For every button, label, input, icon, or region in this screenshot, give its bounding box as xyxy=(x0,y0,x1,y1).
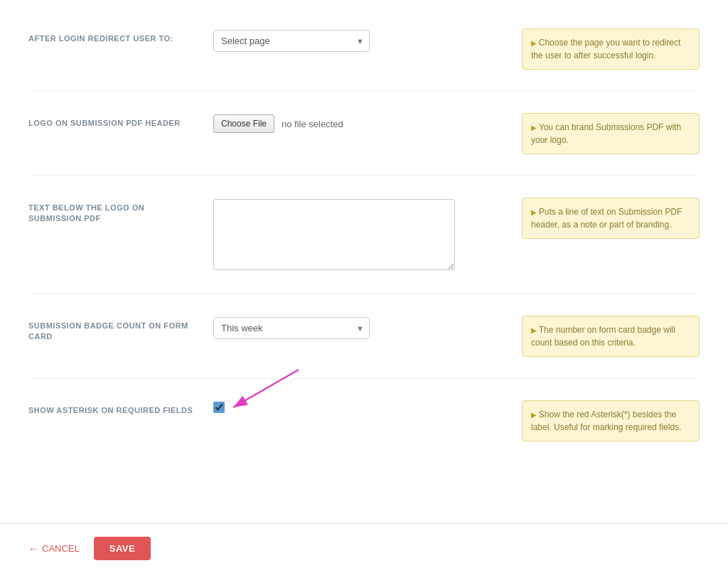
label-submission-badge-count: SUBMISSION BADGE COUNT ON FORM CARD xyxy=(28,316,213,341)
footer-bar: CANCEL SAVE xyxy=(0,523,728,573)
save-button[interactable]: SAVE xyxy=(94,537,151,560)
checkbox-asterisk-wrapper xyxy=(213,402,508,413)
select-page-dropdown[interactable]: Select page Home Dashboard Profile xyxy=(213,30,370,52)
select-this-week-wrapper: This week Today This month All time ▼ xyxy=(213,317,370,339)
choose-file-button[interactable]: Choose File xyxy=(213,114,274,133)
hint-box-after-login: Choose the page you want to redirect the… xyxy=(522,28,700,70)
select-page-wrapper: Select page Home Dashboard Profile ▼ xyxy=(213,30,370,52)
hint-logo-submission-pdf: You can brand Submissions PDF with your … xyxy=(522,113,700,154)
row-show-asterisk: SHOW ASTERISK ON REQUIRED FIELDS xyxy=(28,379,700,463)
hint-box-asterisk: Show the red Asterisk(*) besides the lab… xyxy=(522,400,700,441)
main-content: AFTER LOGIN REDIRECT USER TO: Select pag… xyxy=(0,0,728,523)
row-text-below-logo: TEXT BELOW THE LOGO ON SUBMISSION PDF Pu… xyxy=(28,176,700,294)
file-input-wrapper: Choose File no file selected xyxy=(213,114,508,133)
no-file-label: no file selected xyxy=(282,119,343,129)
cancel-button[interactable]: CANCEL xyxy=(28,543,80,555)
label-after-login-redirect: AFTER LOGIN REDIRECT USER TO: xyxy=(28,28,213,43)
control-show-asterisk xyxy=(213,400,522,413)
control-submission-badge-count: This week Today This month All time ▼ xyxy=(213,316,522,339)
label-text-below-logo: TEXT BELOW THE LOGO ON SUBMISSION PDF xyxy=(28,198,213,223)
hint-box-badge-count: The number on form card badge will count… xyxy=(522,316,700,357)
control-text-below-logo xyxy=(213,198,522,272)
label-show-asterisk: SHOW ASTERISK ON REQUIRED FIELDS xyxy=(28,400,213,415)
control-logo-submission-pdf: Choose File no file selected xyxy=(213,113,522,133)
control-after-login-redirect: Select page Home Dashboard Profile ▼ xyxy=(213,28,522,52)
select-badge-count-dropdown[interactable]: This week Today This month All time xyxy=(213,317,370,339)
label-logo-submission-pdf: LOGO ON SUBMISSION PDF HEADER xyxy=(28,113,213,128)
hint-box-text-below: Puts a line of text on Submission PDF he… xyxy=(522,198,700,239)
hint-box-logo: You can brand Submissions PDF with your … xyxy=(522,113,700,154)
page-wrapper: AFTER LOGIN REDIRECT USER TO: Select pag… xyxy=(0,0,728,573)
row-logo-submission-pdf: LOGO ON SUBMISSION PDF HEADER Choose Fil… xyxy=(28,92,700,176)
text-below-logo-textarea[interactable] xyxy=(213,199,455,270)
show-asterisk-checkbox[interactable] xyxy=(213,402,225,413)
row-submission-badge-count: SUBMISSION BADGE COUNT ON FORM CARD This… xyxy=(28,294,700,379)
hint-show-asterisk: Show the red Asterisk(*) besides the lab… xyxy=(522,400,700,441)
hint-after-login-redirect: Choose the page you want to redirect the… xyxy=(522,28,700,70)
hint-submission-badge-count: The number on form card badge will count… xyxy=(522,316,700,357)
hint-text-below-logo: Puts a line of text on Submission PDF he… xyxy=(522,198,700,239)
row-after-login-redirect: AFTER LOGIN REDIRECT USER TO: Select pag… xyxy=(28,21,700,92)
